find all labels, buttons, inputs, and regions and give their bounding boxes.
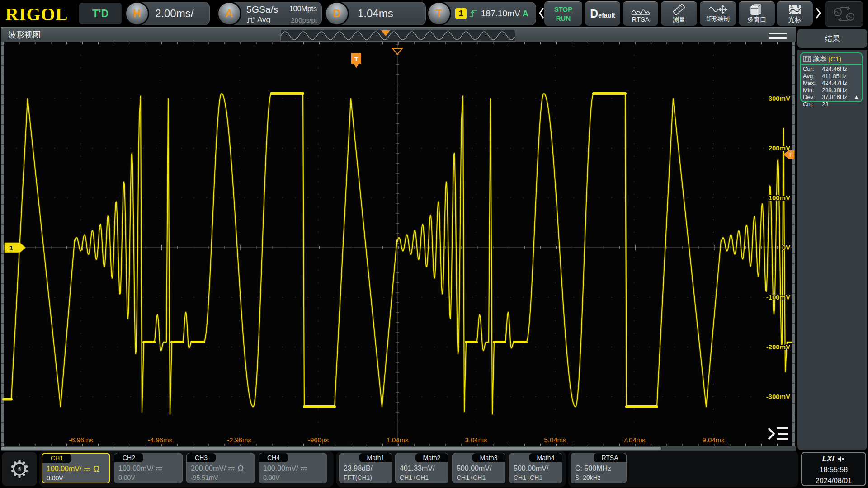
overview-position-marker[interactable]	[381, 30, 390, 36]
measurement-stat-row: Max:424.47Hz	[803, 80, 860, 87]
speaker-muted-icon	[837, 456, 845, 462]
time-axis-label: -2.96ms	[227, 436, 251, 444]
channel-box-ch3[interactable]: CH3 200.00mV/ Ω -95.51mV	[186, 453, 255, 483]
stop-run-button[interactable]: STOP RUN	[544, 1, 582, 26]
measurement-wave-icon	[803, 56, 811, 62]
scrollbar-thumb[interactable]	[1, 447, 661, 450]
channel-box-ch4[interactable]: CH4 100.00mV/ 0.00V	[259, 453, 327, 483]
channel-box-ch1[interactable]: CH1 100.00mV/ Ω 0.00V	[42, 453, 110, 483]
rigol-gear-logo[interactable]: ⚙ R	[2, 452, 37, 486]
ch1-impedance: Ω	[93, 465, 99, 474]
avg-pulse-icon: N	[246, 17, 255, 23]
multi-window-button[interactable]: 多窗口	[739, 1, 775, 26]
dc-coupling-icon	[156, 466, 163, 471]
voltage-axis-label: -200mV	[766, 343, 790, 351]
horizontal-knob[interactable]: H	[125, 1, 149, 26]
memory-overview-strip[interactable]	[280, 30, 515, 42]
horizontal-scrollbar[interactable]	[1, 446, 796, 451]
time-axis-label: -960µs	[308, 436, 329, 444]
measurement-stat-row: Dev:37.816Hz	[803, 94, 860, 101]
dc-coupling-icon	[228, 466, 235, 471]
trigger-mode: A	[523, 9, 528, 19]
sample-rate: 5GSa/s	[246, 5, 278, 14]
rigol-logo: RIGOL	[5, 4, 68, 25]
overview-sine-preview	[281, 30, 515, 41]
channel-box-ch2[interactable]: CH2 100.00mV/ 0.00V	[114, 453, 183, 483]
graticule-plot[interactable]: 300mV200mV100mV0V-100mV-200mV-300mV-6.96…	[1, 42, 796, 446]
math2-box[interactable]: Math2 401.33mV/ CH1+CH1	[395, 453, 448, 483]
rect-draw-button[interactable]: 矩形绘制	[700, 1, 736, 26]
voltage-axis-label: -300mV	[766, 393, 790, 400]
cursor-icon: AB	[788, 4, 802, 15]
acquire-mode: Avg	[257, 15, 270, 24]
time-axis-label: 1.04ms	[386, 436, 408, 444]
rtsa-box[interactable]: RTSA C: 500MHz S: 20kHz	[571, 453, 627, 483]
voltage-axis-label: -100mV	[766, 293, 790, 301]
time-axis-label: 9.04ms	[702, 436, 724, 444]
measurement-stats: Cur:424.46HzAvg:411.85HzMax:424.47HzMin:…	[801, 65, 862, 108]
measurement-name: 频率	[813, 55, 826, 63]
time-axis-label: -4.96ms	[148, 436, 172, 444]
waveform-swap-button[interactable]	[825, 1, 863, 27]
dc-coupling-icon	[300, 466, 307, 471]
header-expand-right-icon[interactable]	[815, 6, 822, 20]
delay-knob[interactable]: D	[325, 1, 349, 26]
measure-button[interactable]: 测量	[661, 1, 697, 26]
svg-text:T: T	[788, 152, 792, 158]
horizontal-scale-value: 2.00ms/	[155, 2, 193, 25]
time-axis-label: 5.04ms	[544, 436, 566, 444]
footer-bar: ⚙ R CH1 100.00mV/ Ω 0.00V CH2 100.00mV/	[0, 451, 868, 488]
trigger-status-indicator: T'D	[79, 3, 122, 24]
results-panel: 频率(C1) Cur:424.46HzAvg:411.85HzMax:424.4…	[797, 50, 867, 450]
stacked-windows-icon	[750, 4, 764, 15]
cursor-button[interactable]: AB 光标	[777, 1, 813, 26]
trigger-knob[interactable]: T	[427, 1, 451, 26]
ch1-offset: 0.00V	[47, 474, 63, 482]
collapse-stats-icon[interactable]: ▲	[854, 94, 859, 99]
time-axis-label: 7.04ms	[623, 436, 645, 444]
measurement-stat-row: Cnt:23	[803, 101, 860, 108]
measurement-source: (C1)	[828, 55, 841, 63]
ch1-scale: 100.00mV/	[47, 465, 81, 473]
clock-date: 2024/08/01	[802, 475, 865, 486]
math3-box[interactable]: Math3 500.00mV/ CH1+CH1	[452, 453, 505, 483]
math4-box[interactable]: Math4 500.00mV/ CH1+CH1	[509, 453, 562, 483]
spectrum-icon	[631, 5, 651, 15]
lxi-logo: LXI	[822, 454, 834, 465]
voltage-axis-label: 100mV	[769, 194, 790, 202]
voltage-axis-label: 0V	[782, 244, 790, 251]
trigger-level-value: 187.10mV	[481, 9, 520, 19]
trigger-source-badge: 1	[455, 8, 467, 19]
delay-value: 1.04ms	[358, 2, 393, 25]
acquisition-knob[interactable]: A	[217, 1, 241, 26]
voltage-axis-label: 200mV	[769, 144, 790, 152]
wave-move-icon	[708, 5, 728, 14]
math1-box[interactable]: Math1 23.98dB/ FFT(CH1)	[339, 453, 392, 483]
measurement-stat-row: Cur:424.46Hz	[803, 66, 860, 73]
voltage-axis-label: 300mV	[769, 94, 790, 102]
plot-background	[1, 42, 796, 446]
oscilloscope-screen: RIGOL T'D 2.00ms/ H 5GSa/s N Avg 100Mpts…	[0, 0, 868, 488]
rtsa-button[interactable]: RTSA	[623, 1, 658, 26]
swap-waveforms-icon	[832, 5, 856, 23]
measurement-card-frequency[interactable]: 频率(C1) Cur:424.46HzAvg:411.85HzMax:424.4…	[800, 52, 863, 102]
waveform-window-title: 波形视图	[8, 29, 41, 40]
ruler-icon	[672, 4, 686, 15]
sample-resolution: 200ps/pt	[291, 15, 317, 24]
time-axis-label: 3.04ms	[465, 436, 487, 444]
results-panel-header: 结果	[797, 29, 867, 48]
dc-coupling-icon	[84, 467, 91, 472]
svg-text:N: N	[253, 17, 255, 20]
svg-text:T: T	[354, 56, 359, 63]
time-axis-label: -6.96ms	[69, 436, 93, 444]
measurement-stat-row: Avg:411.85Hz	[803, 73, 860, 80]
default-button[interactable]: Default	[585, 1, 620, 26]
measurement-stat-row: Min:289.38Hz	[803, 87, 860, 94]
clock-time: 18:55:58	[802, 465, 865, 475]
clock-box[interactable]: LXI 18:55:58 2024/08/01	[801, 452, 866, 486]
memory-depth: 100Mpts	[289, 5, 317, 14]
svg-text:1: 1	[9, 244, 13, 252]
rising-edge-icon	[469, 8, 479, 19]
